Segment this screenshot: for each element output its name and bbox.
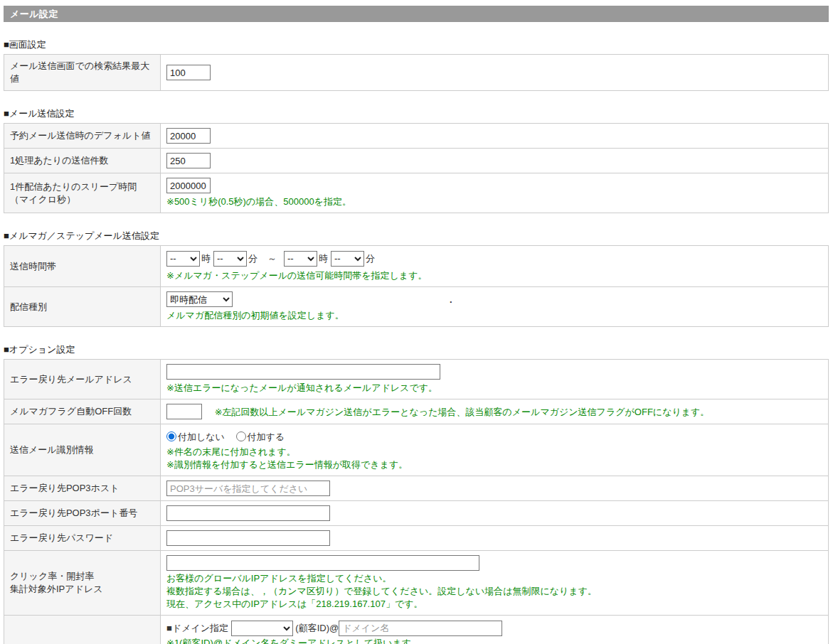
- mail-id-off-label: 付加しない: [178, 431, 225, 442]
- error-return-email-note: ※送信エラーになったメールが通知されるメールアドレスです。: [166, 382, 822, 395]
- mail-id-off-option[interactable]: 付加しない: [166, 431, 228, 442]
- magazine-settings-table: 送信時間帯 -- 時 -- 分～ -- 時 -- 分 ※メルマガ・ステップメール…: [4, 245, 829, 327]
- table-row-pop3-port: エラー戻り先POP3ポート番号: [4, 501, 829, 526]
- page-title: メール設定: [4, 6, 829, 22]
- sleep-time-note: ※500ミリ秒(0.5秒)の場合、500000を指定。: [166, 195, 822, 208]
- excluded-ip-input[interactable]: [166, 555, 479, 571]
- end-hour-unit: 時: [319, 253, 328, 264]
- max-results-input[interactable]: [166, 65, 211, 80]
- table-row-auto-off-count: メルマガフラグ自動OFF回数 ※左記回数以上メールマガジン送信がエラーとなった場…: [4, 399, 829, 424]
- excluded-ip-note3: 現在、アクセス中のIPアドレスは「218.219.167.107」です。: [166, 598, 822, 611]
- section-heading-screen-settings: ■画面設定: [4, 38, 829, 51]
- mail-id-on-radio[interactable]: [236, 431, 246, 441]
- domain-name-input[interactable]: [339, 621, 502, 636]
- table-row-time-range: 送信時間帯 -- 時 -- 分～ -- 時 -- 分 ※メルマガ・ステップメール…: [4, 246, 829, 287]
- table-row-error-return-email: エラー戻り先メールアドレス ※送信エラーになったメールが通知されるメールアドレス…: [4, 360, 829, 399]
- mail-id-info-note1: ※件名の末尾に付加されます。: [166, 446, 822, 458]
- table-row-max-results: メール送信画面での検索結果最大値: [4, 55, 829, 91]
- excluded-ip-note2: 複数指定する場合は、，（カンマ区切り）で登録してください。設定しない場合は無制限…: [166, 585, 822, 598]
- start-hour-unit: 時: [201, 253, 211, 264]
- end-minute-select[interactable]: --: [331, 251, 364, 267]
- send-settings-table: 予約メール送信時のデフォルト値 1処理あたりの送信件数 1件配信あたりのスリープ…: [4, 123, 829, 213]
- auto-off-count-input[interactable]: [166, 404, 202, 419]
- row-label-sleep-time: 1件配信あたりのスリープ時間 （マイクロ秒）: [4, 173, 161, 213]
- table-row-reserve-default: 予約メール送信時のデフォルト値: [4, 124, 829, 149]
- end-hour-select[interactable]: --: [284, 251, 317, 267]
- section-heading-magazine-settings: ■メルマガ／ステップメール送信設定: [4, 230, 829, 242]
- start-hour-select[interactable]: --: [166, 251, 200, 267]
- auto-off-count-note: ※左記回数以上メールマガジン送信がエラーとなった場合、該当顧客のメールマガジン送…: [215, 407, 710, 417]
- option-settings-table: エラー戻り先メールアドレス ※送信エラーになったメールが通知されるメールアドレス…: [4, 359, 829, 644]
- table-row-pop3-password: エラー戻り先パスワード: [4, 526, 829, 551]
- row-label-reserve-default: 予約メール送信時のデフォルト値: [4, 124, 161, 149]
- sleep-time-input[interactable]: [166, 178, 211, 193]
- row-label-auto-off-count: メルマガフラグ自動OFF回数: [4, 399, 161, 424]
- section-heading-send-settings: ■メール送信設定: [4, 107, 829, 120]
- delivery-type-note: メルマガ配信種別の初期値を設定します。: [166, 309, 822, 322]
- row-label-dummy-address: ダミーアドレス判定: [4, 616, 161, 644]
- row-label-mail-id-info: 送信メール識別情報: [4, 424, 161, 476]
- stray-dot: .: [450, 294, 452, 305]
- section-heading-option-settings: ■オプション設定: [4, 343, 829, 356]
- excluded-ip-label-line1: クリック率・開封率: [10, 571, 94, 581]
- table-row-per-process: 1処理あたりの送信件数: [4, 149, 829, 173]
- mail-id-on-label: 付加する: [248, 431, 285, 442]
- mail-id-info-note2: ※識別情報を付加すると送信エラー情報が取得できます。: [166, 458, 822, 471]
- row-label-error-return-email: エラー戻り先メールアドレス: [4, 360, 161, 399]
- domain-spec-select[interactable]: [231, 621, 293, 636]
- domain-spec-label: ■ドメイン指定: [166, 623, 228, 633]
- excluded-ip-note1: お客様のグローバルIPアドレスを指定してください。: [166, 572, 822, 585]
- table-row-excluded-ip: クリック率・開封率 集計対象外IPアドレス お客様のグローバルIPアドレスを指定…: [4, 551, 829, 616]
- sleep-time-label-line2: （マイクロ秒）: [10, 194, 75, 205]
- mail-id-off-radio[interactable]: [166, 431, 176, 441]
- table-row-delivery-type: 配信種別 即時配信 . メルマガ配信種別の初期値を設定します。: [4, 287, 829, 327]
- range-tilde: ～: [267, 253, 277, 264]
- table-row-pop3-host: エラー戻り先POP3ホスト: [4, 476, 829, 501]
- table-row-dummy-address: ダミーアドレス判定 ■ドメイン指定 (顧客ID)@ ※1(顧客ID)@ドメイン名…: [4, 616, 829, 644]
- table-row-mail-id-info: 送信メール識別情報 付加しない 付加する ※件名の末尾に付加されます。 ※識別情…: [4, 424, 829, 476]
- end-minute-unit: 分: [366, 253, 375, 264]
- excluded-ip-label-line2: 集計対象外IPアドレス: [10, 584, 103, 594]
- pop3-host-input[interactable]: [166, 481, 330, 496]
- row-label-time-range: 送信時間帯: [4, 246, 161, 287]
- customer-id-text: (顧客ID)@: [295, 623, 339, 633]
- per-process-input[interactable]: [166, 153, 211, 168]
- domain-spec-note: ※1(顧客ID)@ドメイン名をダミーアドレスとして扱います。: [166, 637, 822, 644]
- row-label-per-process: 1処理あたりの送信件数: [4, 149, 161, 173]
- delivery-type-select[interactable]: 即時配信: [166, 291, 233, 307]
- row-label-delivery-type: 配信種別: [4, 287, 161, 327]
- start-minute-select[interactable]: --: [213, 251, 247, 267]
- table-row-sleep-time: 1件配信あたりのスリープ時間 （マイクロ秒） ※500ミリ秒(0.5秒)の場合、…: [4, 173, 829, 213]
- time-range-note: ※メルマガ・ステップメールの送信可能時間帯を指定します。: [166, 269, 822, 282]
- error-return-email-input[interactable]: [166, 364, 440, 380]
- row-label-pop3-port: エラー戻り先POP3ポート番号: [4, 501, 161, 526]
- sleep-time-label-line1: 1件配信あたりのスリープ時間: [10, 181, 137, 192]
- screen-settings-table: メール送信画面での検索結果最大値: [4, 54, 829, 91]
- row-label-pop3-host: エラー戻り先POP3ホスト: [4, 476, 161, 501]
- pop3-password-input[interactable]: [166, 530, 330, 546]
- pop3-port-input[interactable]: [166, 505, 330, 521]
- start-minute-unit: 分: [248, 253, 258, 264]
- reserve-default-input[interactable]: [166, 128, 211, 144]
- row-label-excluded-ip: クリック率・開封率 集計対象外IPアドレス: [4, 551, 161, 616]
- mail-id-on-option[interactable]: 付加する: [236, 431, 285, 442]
- row-label-pop3-password: エラー戻り先パスワード: [4, 526, 161, 551]
- row-label-max-results: メール送信画面での検索結果最大値: [4, 55, 161, 91]
